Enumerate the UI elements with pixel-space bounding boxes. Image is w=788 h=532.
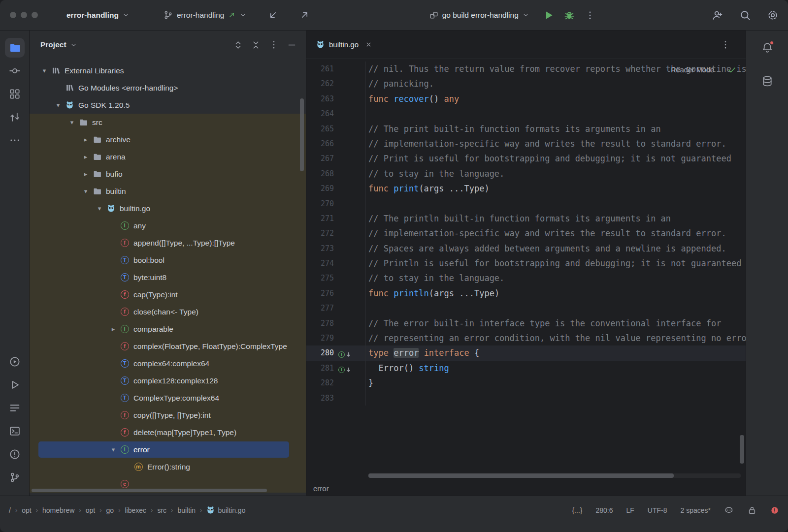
panel-options-button[interactable] bbox=[268, 39, 279, 50]
line-number[interactable]: 281 bbox=[306, 361, 334, 376]
code-line[interactable]: 268// to stay in the language. bbox=[306, 166, 746, 181]
arrow-down-left-icon[interactable] bbox=[264, 7, 281, 24]
database-button[interactable] bbox=[757, 71, 777, 91]
gutter[interactable]: I bbox=[334, 361, 365, 376]
tree-item[interactable]: fdelete(map[Type]Type1, Type) bbox=[30, 424, 306, 441]
inspections-check-icon[interactable] bbox=[727, 65, 737, 75]
line-number[interactable]: 264 bbox=[306, 106, 334, 121]
line-separator-widget[interactable]: LF bbox=[626, 506, 634, 514]
gutter[interactable] bbox=[334, 241, 365, 256]
gutter[interactable] bbox=[334, 106, 365, 121]
debug-button[interactable] bbox=[561, 7, 578, 24]
code-line[interactable]: 272// implementation-specific way and wr… bbox=[306, 226, 746, 241]
statusbar-path-item[interactable]: / bbox=[9, 506, 11, 514]
project-vertical-scrollbar[interactable] bbox=[300, 98, 304, 171]
code-line[interactable]: 275// to stay in the language. bbox=[306, 271, 746, 285]
code-line[interactable]: 262// panicking. bbox=[306, 76, 746, 91]
code-line[interactable]: 278// The error built-in interface type … bbox=[306, 316, 746, 331]
code-line[interactable]: 281I Error() string bbox=[306, 361, 746, 376]
gutter[interactable] bbox=[334, 286, 365, 301]
line-number[interactable]: 268 bbox=[306, 166, 334, 181]
chevron-down-icon[interactable]: ▾ bbox=[94, 205, 105, 212]
more-options-button[interactable] bbox=[582, 7, 598, 24]
tree-item[interactable]: fcomplex(FloatType, FloatType):ComplexTy… bbox=[30, 338, 306, 355]
editor-vertical-scrollbar[interactable] bbox=[740, 435, 744, 464]
panel-title[interactable]: Project bbox=[40, 40, 66, 49]
chevron-right-icon[interactable]: ▸ bbox=[80, 170, 92, 178]
caret-position-widget[interactable]: 280:6 bbox=[595, 506, 613, 514]
gutter[interactable] bbox=[334, 211, 365, 226]
tree-item[interactable]: ▾builtin bbox=[30, 183, 306, 200]
tree-item[interactable]: Tbool:bool bbox=[30, 251, 306, 269]
statusbar-path-item[interactable]: opt bbox=[22, 506, 31, 514]
code-line[interactable]: 264 bbox=[306, 106, 746, 121]
code-line[interactable]: 279// representing an error condition, w… bbox=[306, 331, 746, 345]
tree-item[interactable]: fcap(Type):int bbox=[30, 286, 306, 303]
pull-requests-button[interactable] bbox=[5, 107, 25, 127]
structure-button[interactable] bbox=[5, 84, 25, 104]
code-line[interactable]: 271// The println built-in function form… bbox=[306, 211, 746, 226]
run-tool-button[interactable] bbox=[5, 375, 25, 395]
run-configuration-selector[interactable]: go build error-handling bbox=[424, 7, 534, 23]
problems-button[interactable] bbox=[5, 444, 25, 464]
line-number[interactable]: 275 bbox=[306, 271, 334, 285]
gutter[interactable] bbox=[334, 166, 365, 181]
tree-item[interactable]: fclose(chan<- Type) bbox=[30, 303, 306, 320]
tree-item[interactable]: mError():string bbox=[30, 458, 306, 475]
vcs-branch-widget[interactable]: error-handling bbox=[158, 7, 252, 23]
line-number[interactable]: 273 bbox=[306, 241, 334, 256]
services-button[interactable] bbox=[5, 352, 25, 372]
gutter[interactable] bbox=[334, 256, 365, 271]
gutter[interactable] bbox=[334, 92, 365, 106]
tree-item[interactable]: ▸archive bbox=[30, 131, 306, 148]
gutter[interactable] bbox=[334, 226, 365, 241]
tree-item[interactable]: fappend([]Type, ...Type):[]Type bbox=[30, 234, 306, 251]
terminal-button[interactable] bbox=[5, 421, 25, 441]
tree-item[interactable]: ▸Icomparable bbox=[30, 320, 306, 338]
code-line[interactable]: 280Itype error interface { bbox=[306, 345, 746, 360]
code-line[interactable]: 276func println(args ...Type) bbox=[306, 286, 746, 301]
code-line[interactable]: 263func recover() any bbox=[306, 92, 746, 106]
tree-item[interactable]: Tbyte:uint8 bbox=[30, 269, 306, 286]
reader-mode-widget[interactable]: Reader Mode bbox=[671, 65, 737, 75]
gutter[interactable] bbox=[334, 76, 365, 91]
window-close-button[interactable] bbox=[10, 12, 16, 18]
chevron-down-icon[interactable]: ▾ bbox=[66, 119, 78, 126]
chevron-right-icon[interactable]: ▸ bbox=[107, 325, 119, 333]
code-line[interactable]: 282} bbox=[306, 376, 746, 390]
line-number[interactable]: 263 bbox=[306, 92, 334, 106]
code-line[interactable]: 265// The print built-in function format… bbox=[306, 122, 746, 136]
line-number[interactable]: 267 bbox=[306, 151, 334, 166]
scrollbar-thumb[interactable] bbox=[368, 473, 674, 478]
tree-item[interactable]: ▸bufio bbox=[30, 165, 306, 183]
chevron-right-icon[interactable]: ▸ bbox=[80, 153, 92, 160]
line-number[interactable]: 278 bbox=[306, 316, 334, 331]
analysis-status-widget[interactable] bbox=[770, 506, 779, 515]
tree-item[interactable]: TComplexType:complex64 bbox=[30, 389, 306, 407]
gutter[interactable] bbox=[334, 331, 365, 345]
gutter[interactable] bbox=[334, 122, 365, 136]
tab-options-icon[interactable] bbox=[720, 39, 731, 50]
chevron-down-icon[interactable]: ▾ bbox=[52, 101, 64, 109]
tree-item[interactable]: ▾Go SDK 1.20.5 bbox=[30, 96, 306, 114]
line-number[interactable]: 280 bbox=[306, 345, 334, 360]
code-line[interactable]: 270 bbox=[306, 196, 746, 211]
line-number[interactable]: 282 bbox=[306, 376, 334, 390]
encoding-widget[interactable]: UTF-8 bbox=[648, 506, 667, 514]
chevron-down-icon[interactable] bbox=[70, 41, 77, 49]
gutter[interactable] bbox=[334, 391, 365, 406]
commit-button[interactable] bbox=[5, 61, 25, 81]
more-tool-windows-button[interactable] bbox=[5, 130, 25, 150]
statusbar-path-item[interactable]: src bbox=[157, 506, 166, 514]
line-number[interactable]: 261 bbox=[306, 62, 334, 76]
tree-item[interactable]: fcopy([]Type, []Type):int bbox=[30, 407, 306, 424]
copilot-status-widget[interactable] bbox=[724, 505, 734, 515]
code-with-me-button[interactable] bbox=[709, 7, 726, 24]
statusbar-path-item[interactable]: go bbox=[106, 506, 114, 514]
hide-panel-button[interactable] bbox=[287, 40, 297, 50]
collapse-all-button[interactable] bbox=[251, 40, 261, 50]
line-number[interactable]: 271 bbox=[306, 211, 334, 226]
gutter[interactable] bbox=[334, 376, 365, 390]
code-line[interactable]: 277 bbox=[306, 301, 746, 315]
gutter[interactable] bbox=[334, 301, 365, 315]
